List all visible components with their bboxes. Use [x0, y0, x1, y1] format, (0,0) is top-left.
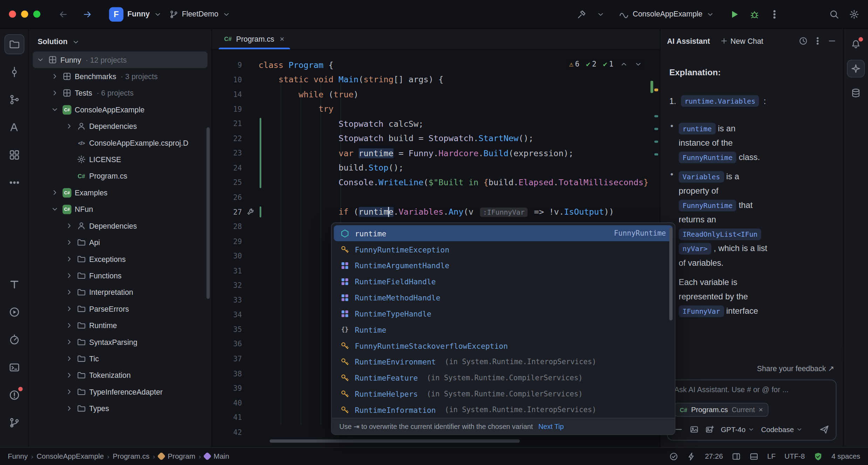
- tree-item-functions[interactable]: Functions: [33, 267, 207, 284]
- breadcrumb-item-program[interactable]: Program: [158, 452, 195, 460]
- tree-item-runtime[interactable]: Runtime: [33, 317, 207, 334]
- tree-item-dependencies[interactable]: Dependencies: [33, 118, 207, 134]
- scope-select[interactable]: Codebase: [761, 425, 803, 434]
- line-number-22[interactable]: 22: [212, 134, 242, 143]
- search-icon[interactable]: [829, 9, 839, 19]
- line-number-25[interactable]: 25: [212, 178, 242, 187]
- next-tip-link[interactable]: Next Tip: [538, 423, 564, 430]
- tree-item-examples[interactable]: C#Examples: [33, 184, 207, 201]
- chevron-right-icon[interactable]: [65, 222, 74, 230]
- context-file-chip[interactable]: C# Program.cs Current ×: [674, 403, 769, 417]
- run-configuration-select[interactable]: ConsoleAppExample: [619, 9, 714, 19]
- attach-image-icon[interactable]: [690, 425, 698, 434]
- line-number-33[interactable]: 33: [212, 296, 242, 304]
- notifications-icon[interactable]: [847, 35, 865, 53]
- tree-item-funny[interactable]: Funny· 12 projects: [33, 51, 207, 68]
- commit-icon[interactable]: [4, 62, 24, 82]
- chevron-right-icon[interactable]: [65, 355, 74, 362]
- run-button[interactable]: [730, 9, 739, 19]
- settings-icon[interactable]: [849, 9, 859, 19]
- inspections-widget[interactable]: ⚠6 ✔2 ✔1: [566, 59, 646, 69]
- completion-item-runtime[interactable]: runtimeFunnyRuntime: [334, 225, 673, 241]
- ai-more-options-icon[interactable]: [813, 36, 822, 45]
- chevron-right-icon[interactable]: [50, 72, 59, 80]
- completion-item-runtimefeature[interactable]: RuntimeFeature(in System.Runtime.Compile…: [334, 370, 673, 386]
- tree-item-exceptions[interactable]: Exceptions: [33, 251, 207, 267]
- line-number-23[interactable]: 23: [212, 149, 242, 158]
- inspection-shield-icon[interactable]: [814, 452, 822, 460]
- analysis-ok-icon[interactable]: [669, 452, 678, 460]
- line-number-38[interactable]: 38: [212, 369, 242, 378]
- line-number-14[interactable]: 14: [212, 90, 242, 99]
- completion-item-runtimehelpers[interactable]: RuntimeHelpers(in System.Runtime.Compile…: [334, 386, 673, 402]
- collapse-icon[interactable]: [674, 425, 683, 434]
- tree-item-consoleappexample-csproj-d[interactable]: </>ConsoleAppExample.csproj.D: [33, 134, 207, 151]
- files-icon[interactable]: [4, 34, 24, 54]
- tree-item-interpretation[interactable]: Interpretation: [33, 284, 207, 300]
- sidebar-scrollbar[interactable]: [206, 127, 209, 299]
- debug-button[interactable]: [750, 9, 759, 19]
- tab-program-cs[interactable]: C# Program.cs ×: [216, 28, 292, 49]
- line-number-28[interactable]: 28: [212, 222, 242, 231]
- completion-item-funnyruntimestackoverflowexception[interactable]: FunnyRuntimeStackoverflowException: [334, 338, 673, 354]
- profiler-icon[interactable]: [4, 330, 24, 350]
- line-number-42[interactable]: 42: [212, 428, 242, 437]
- tree-item-program-cs[interactable]: C#Program.cs: [33, 168, 207, 184]
- line-number-26[interactable]: 26: [212, 193, 242, 201]
- completion-item-runtimefieldhandle[interactable]: RuntimeFieldHandle: [334, 273, 673, 290]
- back-icon[interactable]: [58, 9, 68, 19]
- chevron-right-icon[interactable]: [50, 89, 59, 97]
- tree-item-tokenization[interactable]: Tokenization: [33, 367, 207, 383]
- tree-item-types[interactable]: Types: [33, 400, 207, 417]
- line-number-19[interactable]: 19: [212, 105, 242, 113]
- completion-item-funnyruntimeexception[interactable]: FunnyRuntimeException: [334, 241, 673, 257]
- chevron-right-icon[interactable]: [65, 272, 74, 279]
- more-actions-icon[interactable]: [770, 9, 779, 19]
- tree-item-syntaxparsing[interactable]: SyntaxParsing: [33, 334, 207, 350]
- line-number-30[interactable]: 30: [212, 252, 242, 260]
- line-number-35[interactable]: 35: [212, 325, 242, 334]
- chevron-right-icon[interactable]: [65, 305, 74, 313]
- line-number-10[interactable]: 10: [212, 76, 242, 84]
- new-chat-button[interactable]: New Chat: [720, 37, 763, 45]
- text-tools-icon[interactable]: [4, 275, 24, 294]
- chevron-right-icon[interactable]: [65, 238, 74, 246]
- chevron-right-icon[interactable]: [65, 255, 74, 263]
- indent-select[interactable]: 4 spaces: [832, 452, 860, 460]
- hide-panel-icon[interactable]: [828, 36, 836, 45]
- forward-icon[interactable]: [82, 9, 92, 19]
- close-tab-icon[interactable]: ×: [280, 34, 284, 43]
- add-image-icon[interactable]: [705, 425, 714, 434]
- line-number-36[interactable]: 36: [212, 340, 242, 348]
- completion-item-runtime[interactable]: {}Runtime: [334, 321, 673, 338]
- tree-item-parseerrors[interactable]: ParseErrors: [33, 300, 207, 317]
- line-number-29[interactable]: 29: [212, 237, 242, 245]
- run-tool-icon[interactable]: [4, 302, 24, 322]
- breadcrumb-item-funny[interactable]: Funny: [8, 452, 28, 460]
- line-number-24[interactable]: 24: [212, 164, 242, 172]
- chevron-down-icon[interactable]: [50, 106, 59, 113]
- tree-item-api[interactable]: Api: [33, 234, 207, 250]
- line-number-40[interactable]: 40: [212, 399, 242, 407]
- line-number-32[interactable]: 32: [212, 281, 242, 290]
- split-right-icon[interactable]: [732, 452, 740, 460]
- workspace-switcher[interactable]: FleetDemo: [169, 10, 230, 19]
- line-number-31[interactable]: 31: [212, 266, 242, 275]
- chevron-right-icon[interactable]: [50, 189, 59, 196]
- chevron-right-icon[interactable]: [65, 338, 74, 346]
- line-number-34[interactable]: 34: [212, 311, 242, 319]
- branches-icon[interactable]: [4, 413, 24, 433]
- caret-position[interactable]: 27:26: [705, 452, 723, 460]
- chevron-down-icon[interactable]: [36, 56, 45, 64]
- line-number-37[interactable]: 37: [212, 355, 242, 363]
- database-icon[interactable]: [847, 84, 865, 102]
- line-number-21[interactable]: 21: [212, 120, 242, 128]
- merge-requests-icon[interactable]: [4, 90, 24, 110]
- maximize-window-button[interactable]: [33, 11, 41, 18]
- terminal-icon[interactable]: [4, 358, 24, 377]
- solution-panel-header[interactable]: Solution: [29, 29, 212, 51]
- project-switcher[interactable]: F Funny: [109, 7, 161, 21]
- breadcrumb-item-program-cs[interactable]: Program.cs: [113, 452, 150, 460]
- chevron-right-icon[interactable]: [65, 404, 74, 412]
- tree-item-tic[interactable]: Tic: [33, 350, 207, 367]
